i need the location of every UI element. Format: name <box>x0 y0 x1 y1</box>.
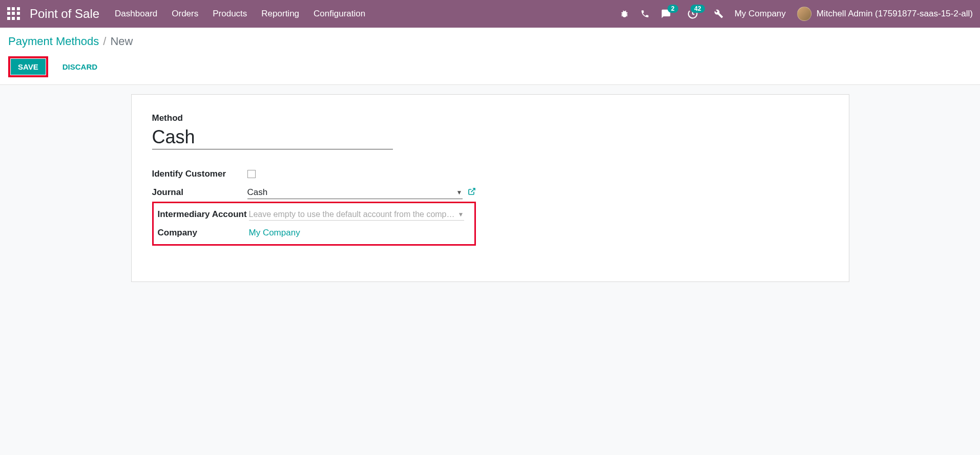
chevron-down-icon: ▼ <box>458 211 464 218</box>
nav-menu: Dashboard Orders Products Reporting Conf… <box>115 9 620 19</box>
intermediary-placeholder: Leave empty to use the default account f… <box>249 210 458 219</box>
content-area: Method Identify Customer Journal Cash ▼ <box>0 85 980 282</box>
messaging-badge: 2 <box>668 5 678 13</box>
method-label: Method <box>152 113 828 123</box>
svg-line-0 <box>471 188 474 192</box>
avatar <box>797 7 811 21</box>
save-button-highlight: SAVE <box>8 56 48 77</box>
apps-launcher-icon[interactable] <box>7 7 20 20</box>
external-link-icon[interactable] <box>468 187 476 198</box>
journal-select[interactable]: Cash ▼ <box>247 186 463 199</box>
action-buttons: SAVE DISCARD <box>8 56 972 77</box>
form-fields-table: Identify Customer Journal Cash ▼ <box>152 165 476 246</box>
breadcrumb-separator: / <box>103 35 106 48</box>
company-switcher[interactable]: My Company <box>735 9 786 19</box>
identify-customer-label: Identify Customer <box>152 165 247 183</box>
top-navbar: Point of Sale Dashboard Orders Products … <box>0 0 980 28</box>
journal-label: Journal <box>152 183 247 202</box>
company-value-link[interactable]: My Company <box>249 228 300 237</box>
user-menu[interactable]: Mitchell Admin (17591877-saas-15-2-all) <box>797 7 973 21</box>
identify-customer-checkbox[interactable] <box>247 170 256 178</box>
activity-badge: 42 <box>691 5 704 13</box>
user-name: Mitchell Admin (17591877-saas-15-2-all) <box>817 9 973 19</box>
tools-icon[interactable] <box>714 9 723 18</box>
company-label: Company <box>154 224 249 242</box>
activity-icon[interactable]: 42 <box>687 9 698 19</box>
app-title[interactable]: Point of Sale <box>30 7 99 21</box>
save-button[interactable]: SAVE <box>11 59 46 75</box>
nav-item-dashboard[interactable]: Dashboard <box>115 9 157 19</box>
chevron-down-icon: ▼ <box>456 189 463 196</box>
highlighted-fields-box: Intermediary Account Leave empty to use … <box>152 202 476 246</box>
discard-button[interactable]: DISCARD <box>55 59 105 75</box>
breadcrumb: Payment Methods / New <box>8 35 972 48</box>
journal-value: Cash <box>247 187 268 198</box>
phone-icon[interactable] <box>640 9 650 18</box>
bug-icon[interactable] <box>620 9 629 18</box>
nav-item-reporting[interactable]: Reporting <box>261 9 299 19</box>
messaging-icon[interactable]: 2 <box>661 9 671 19</box>
form-sheet: Method Identify Customer Journal Cash ▼ <box>131 94 849 282</box>
nav-item-configuration[interactable]: Configuration <box>314 9 365 19</box>
nav-item-orders[interactable]: Orders <box>172 9 198 19</box>
method-name-input[interactable] <box>152 126 393 149</box>
breadcrumb-current: New <box>110 35 133 48</box>
intermediary-account-label: Intermediary Account <box>154 205 249 224</box>
nav-item-products[interactable]: Products <box>213 9 247 19</box>
breadcrumb-payment-methods[interactable]: Payment Methods <box>8 35 99 48</box>
control-panel: Payment Methods / New SAVE DISCARD <box>0 28 980 85</box>
nav-right: 2 42 My Company Mitchell Admin (17591877… <box>620 7 973 21</box>
intermediary-account-select[interactable]: Leave empty to use the default account f… <box>249 209 464 221</box>
